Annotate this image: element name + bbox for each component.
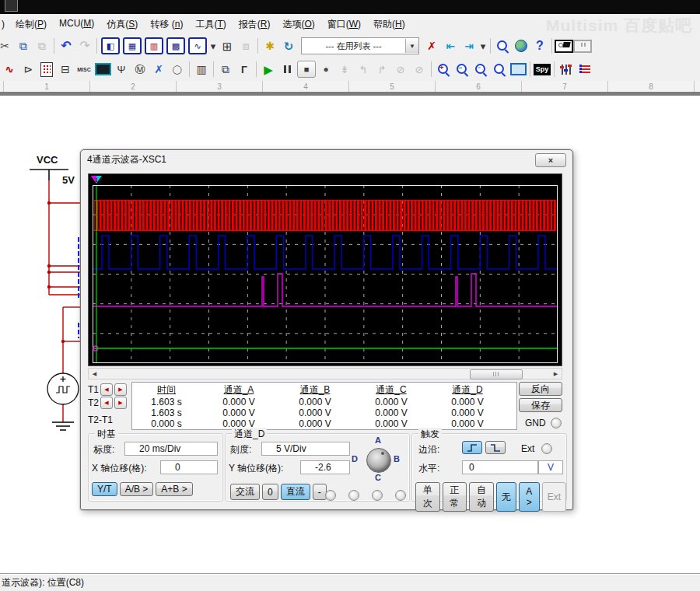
- forward-annotate-icon[interactable]: ⇥: [460, 37, 478, 55]
- place-misc-icon[interactable]: MISC: [75, 60, 93, 79]
- ab-mode-button[interactable]: A/B >: [120, 482, 154, 496]
- dialog-titlebar[interactable]: 4通道示波器-XSC1: [81, 150, 572, 169]
- single-trigger-button[interactable]: 单次: [415, 482, 440, 512]
- channel-scale-field[interactable]: 5 V/Div: [261, 442, 350, 456]
- bus-icon[interactable]: Γ: [235, 60, 254, 79]
- scroll-left-arrow-icon[interactable]: ◀: [89, 369, 100, 379]
- chevron-down-icon[interactable]: ▾: [208, 37, 218, 55]
- place-indicator-icon[interactable]: [37, 60, 56, 79]
- close-button[interactable]: ×: [535, 153, 566, 167]
- stop-simulation-icon[interactable]: ■: [297, 61, 316, 78]
- watermark: Multisim 百度贴吧: [546, 15, 692, 37]
- erc-check-icon[interactable]: ✗: [422, 37, 441, 55]
- table-cell: 0.000 s: [132, 418, 201, 429]
- auto-trigger-button[interactable]: 自动: [469, 482, 494, 512]
- ypos-field[interactable]: -2.6: [300, 460, 350, 474]
- zoom-area-icon[interactable]: ▫: [471, 60, 490, 79]
- place-display-icon[interactable]: [93, 60, 112, 79]
- spreadsheet-view-icon[interactable]: ⊞: [218, 37, 236, 55]
- yt-mode-button[interactable]: Y/T: [92, 482, 117, 496]
- menu-item-s[interactable]: 仿真(S): [100, 16, 144, 33]
- pause-simulation-icon[interactable]: [278, 60, 296, 79]
- menu-item-h[interactable]: 帮助(H): [367, 16, 411, 33]
- zoom-in-icon[interactable]: +: [434, 60, 453, 79]
- schematic-canvas[interactable]: VCC 5V: [0, 96, 700, 573]
- scroll-right-arrow-icon[interactable]: ▶: [550, 369, 562, 379]
- record-icon[interactable]: ●: [317, 60, 335, 79]
- menu-item-w[interactable]: 窗口(W): [321, 16, 367, 33]
- run-switch-icon[interactable]: [555, 37, 573, 55]
- xpos-field[interactable]: 0: [160, 460, 218, 474]
- trigger-level-field[interactable]: 0: [462, 460, 538, 474]
- back-annotate-icon[interactable]: ⇤: [441, 37, 460, 55]
- channel-select-knob[interactable]: [366, 448, 391, 473]
- rising-edge-button[interactable]: [462, 441, 482, 454]
- reverse-button[interactable]: 反向: [519, 382, 562, 396]
- zoom-out-icon[interactable]: −: [453, 60, 471, 79]
- scrollbar-thumb[interactable]: [470, 369, 523, 379]
- apb-mode-button[interactable]: A+B >: [156, 482, 192, 496]
- netwatch-spy-icon[interactable]: Spy: [533, 60, 551, 79]
- dc-coupling-button[interactable]: 直流: [281, 484, 310, 500]
- probe-list-icon[interactable]: [576, 60, 594, 79]
- place-source-icon[interactable]: ∿: [0, 60, 19, 79]
- run-simulation-icon[interactable]: ▶: [259, 60, 278, 79]
- copy-icon[interactable]: ⧉: [14, 37, 33, 55]
- place-connector-icon[interactable]: ◯: [168, 60, 187, 79]
- create-component-icon[interactable]: ✱: [261, 37, 279, 55]
- zoom-fit-icon[interactable]: [490, 60, 509, 79]
- education-web-icon[interactable]: [512, 37, 530, 55]
- channel-c-radio[interactable]: [372, 490, 383, 501]
- save-button[interactable]: 保存: [519, 398, 562, 412]
- toggle-design-toolbox-icon[interactable]: ◧: [101, 37, 120, 54]
- menu-item-t[interactable]: 工具(T): [189, 16, 232, 33]
- place-power-icon[interactable]: ⊟: [56, 60, 75, 79]
- table-row: 1.603 s0.000 V0.000 V0.000 V0.000 V: [132, 407, 516, 418]
- none-trigger-button[interactable]: 无: [496, 482, 516, 512]
- menu-item-partial[interactable]: ): [0, 19, 9, 30]
- t1-left-button[interactable]: ◀: [100, 383, 113, 396]
- in-use-list-dropdown[interactable]: --- 在用列表 --- ▼: [301, 37, 419, 54]
- dash-coupling-button[interactable]: -: [313, 484, 327, 500]
- place-diode-icon[interactable]: ⊳: [19, 60, 37, 79]
- scope-hscrollbar[interactable]: ◀ ▶: [88, 368, 562, 379]
- place-electromechanical-icon[interactable]: Ⓜ: [131, 60, 149, 79]
- toggle-grapher-icon[interactable]: ∿: [188, 37, 207, 54]
- probe-settings-icon[interactable]: [557, 60, 576, 79]
- menu-item-r[interactable]: 报告(R): [233, 16, 277, 33]
- menu-item-p[interactable]: 绘制(P): [9, 16, 53, 33]
- t2-left-button[interactable]: ◀: [100, 397, 113, 409]
- t2-right-button[interactable]: ▶: [114, 397, 127, 409]
- toggle-spreadsheet-icon[interactable]: ▦: [123, 37, 142, 54]
- channel-d-radio[interactable]: [395, 490, 406, 501]
- cut-icon[interactable]: ✂: [0, 37, 14, 55]
- place-chip-icon[interactable]: ▥: [192, 60, 211, 79]
- t1-right-button[interactable]: ▶: [114, 383, 127, 396]
- place-rf-icon[interactable]: Ψ: [112, 60, 131, 79]
- gnd-terminal[interactable]: [551, 418, 562, 428]
- normal-trigger-button[interactable]: 正常: [443, 482, 467, 512]
- ext-trigger-radio[interactable]: [541, 443, 552, 454]
- zero-coupling-button[interactable]: 0: [262, 484, 278, 500]
- channel-a-radio[interactable]: [325, 490, 336, 501]
- hierarchical-block-icon[interactable]: ⧉: [216, 60, 235, 79]
- menu-item-o[interactable]: 选项(O): [276, 16, 320, 33]
- place-mcu-icon[interactable]: ✗: [149, 60, 168, 79]
- falling-edge-button[interactable]: [485, 441, 506, 454]
- a-trigger-button[interactable]: A >: [519, 482, 540, 512]
- chevron-down-icon[interactable]: ▾: [478, 37, 488, 55]
- toggle-simulation-icon[interactable]: ▥: [145, 37, 163, 54]
- channel-b-radio[interactable]: [348, 490, 359, 501]
- chevron-down-icon[interactable]: ▼: [405, 39, 418, 53]
- menu-item-n[interactable]: 转移 (n): [144, 16, 189, 33]
- level-unit-box[interactable]: V: [538, 460, 563, 474]
- find-icon[interactable]: [493, 37, 512, 55]
- menu-item-m[interactable]: MCU(M): [53, 16, 100, 33]
- undo-icon[interactable]: ↶: [57, 37, 75, 55]
- zoom-fullscreen-icon[interactable]: [509, 60, 527, 79]
- timebase-scale-field[interactable]: 20 ms/Div: [124, 442, 218, 456]
- help-icon[interactable]: ?: [530, 37, 549, 55]
- database-manager-icon[interactable]: ↻: [279, 37, 298, 55]
- ac-coupling-button[interactable]: 交流: [230, 484, 260, 500]
- toggle-description-icon[interactable]: ▩: [166, 37, 185, 54]
